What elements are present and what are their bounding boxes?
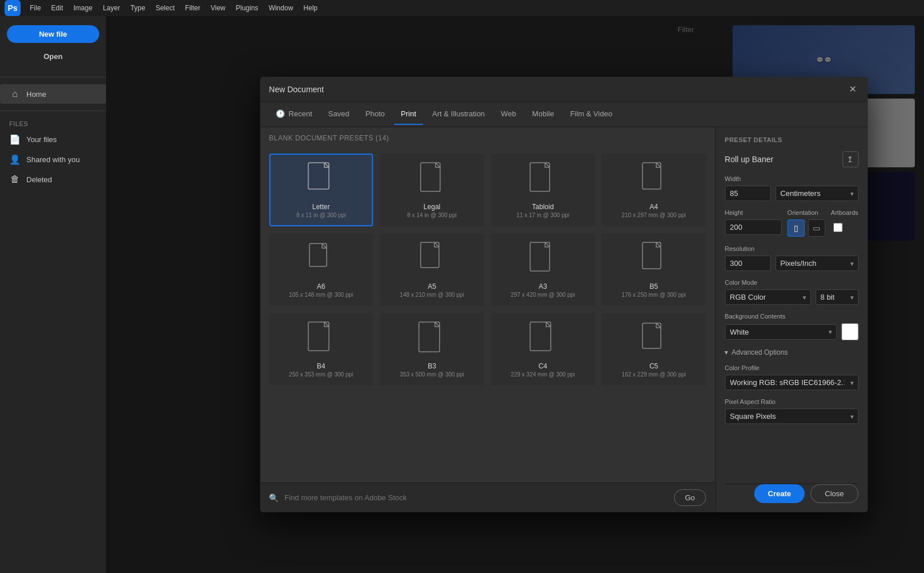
sidebar-item-your-files[interactable]: 📄 Your files	[0, 129, 106, 150]
bg-contents-label: Background Contents	[725, 313, 858, 320]
preset-dims-letter: 8 x 11 in @ 300 ppi	[296, 212, 346, 218]
new-file-button[interactable]: New file	[7, 25, 99, 43]
presets-grid: Letter 8 x 11 in @ 300 ppi	[260, 149, 715, 482]
color-profile-select[interactable]: Working RGB: sRGB IEC61966-2.1 sRGB IEC6…	[725, 375, 858, 390]
menu-view[interactable]: View	[206, 3, 230, 13]
dialog-tabs: 🕐 Recent Saved Photo Print Art & Illustr…	[260, 102, 867, 127]
preset-name-b4: B4	[317, 362, 326, 370]
save-preset-button[interactable]: ↥	[842, 151, 858, 167]
menu-layer[interactable]: Layer	[98, 3, 124, 13]
main-layout: New file Open ⌂ Home FILES 📄 Your files …	[0, 16, 924, 573]
preset-tabloid[interactable]: Tabloid 11 x 17 in @ 300 ppi	[491, 154, 595, 226]
width-unit-wrapper: Centimeters Pixels Inches Millimeters ▼	[775, 186, 858, 201]
pixel-ratio-wrapper: Square Pixels D1/DV NTSC (0.91) D1/DV PA…	[725, 409, 858, 424]
bit-depth-select[interactable]: 8 bit 16 bit 32 bit	[815, 289, 858, 305]
chevron-down-icon: ▾	[725, 348, 728, 356]
preset-name-b5: B5	[649, 282, 658, 291]
preset-dims-a3: 297 x 420 mm @ 300 ppi	[511, 292, 575, 298]
tab-recent[interactable]: 🕐 Recent	[269, 104, 319, 125]
color-mode-label: Color Mode	[725, 279, 858, 286]
artboards-checkbox[interactable]	[833, 223, 843, 232]
svg-rect-3	[643, 163, 661, 189]
menu-window[interactable]: Window	[264, 3, 298, 13]
tab-print[interactable]: Print	[394, 104, 423, 125]
tab-photo[interactable]: Photo	[358, 104, 391, 125]
svg-rect-11	[643, 323, 661, 348]
preset-b4[interactable]: B4 250 x 353 mm @ 300 ppi	[269, 313, 373, 386]
preset-a3[interactable]: A3 297 x 420 mm @ 300 ppi	[491, 233, 595, 306]
sidebar-item-deleted[interactable]: 🗑 Deleted	[0, 170, 106, 189]
preset-icon-legal	[417, 162, 447, 198]
tab-film[interactable]: Film & Video	[563, 104, 619, 125]
preset-b3[interactable]: B3 353 x 500 mm @ 300 ppi	[380, 313, 484, 386]
width-unit-select[interactable]: Centimeters Pixels Inches Millimeters	[775, 186, 858, 201]
portrait-button[interactable]: ▯	[788, 219, 805, 237]
bg-contents-row: White Black Background Color Transparent…	[725, 323, 858, 340]
height-label: Height	[725, 209, 781, 216]
landscape-icon: ▭	[813, 223, 820, 233]
preset-details-title: PRESET DETAILS	[725, 136, 858, 143]
preset-name-input[interactable]	[725, 155, 842, 164]
width-row: Centimeters Pixels Inches Millimeters ▼	[725, 186, 858, 201]
preset-dims-a6: 105 x 148 mm @ 300 ppi	[289, 292, 353, 298]
menu-image[interactable]: Image	[69, 3, 97, 13]
tab-art[interactable]: Art & Illustration	[425, 104, 492, 125]
width-field-group: Width Centimeters Pixels Inches Millimet…	[725, 175, 858, 201]
preset-name-c4: C4	[538, 362, 547, 370]
tab-saved[interactable]: Saved	[322, 104, 357, 125]
resolution-unit-select[interactable]: Pixels/Inch Pixels/Centimeter	[775, 256, 858, 271]
menu-help[interactable]: Help	[299, 3, 322, 13]
dialog-close-button[interactable]: ✕	[847, 84, 858, 95]
pixel-ratio-select[interactable]: Square Pixels D1/DV NTSC (0.91) D1/DV PA…	[725, 409, 858, 424]
preset-name-b3: B3	[428, 362, 436, 370]
ps-logo: Ps	[5, 0, 21, 16]
menu-file[interactable]: File	[25, 3, 45, 13]
advanced-options-toggle[interactable]: ▾ Advanced Options	[725, 348, 858, 356]
sidebar-item-shared[interactable]: 👤 Shared with you	[0, 150, 106, 170]
close-button[interactable]: Close	[811, 484, 858, 503]
height-input[interactable]	[725, 219, 781, 235]
svg-rect-4	[310, 244, 327, 266]
adobe-stock-search-input[interactable]	[284, 493, 668, 502]
width-input[interactable]	[725, 186, 770, 201]
shared-icon: 👤	[9, 154, 21, 165]
create-button[interactable]: Create	[754, 484, 805, 503]
preset-dims-b3: 353 x 500 mm @ 300 ppi	[400, 371, 464, 378]
menu-edit[interactable]: Edit	[46, 3, 68, 13]
bg-color-swatch[interactable]	[841, 323, 858, 340]
preset-dims-b4: 250 x 353 mm @ 300 ppi	[289, 371, 353, 378]
preset-dims-b5: 176 x 250 mm @ 300 ppi	[622, 292, 686, 298]
sidebar-divider-2	[0, 111, 106, 111]
landscape-button[interactable]: ▭	[808, 219, 825, 237]
preset-a6[interactable]: A6 105 x 148 mm @ 300 ppi	[269, 233, 373, 306]
open-button[interactable]: Open	[7, 48, 99, 65]
color-mode-select[interactable]: RGB Color CMYK Color Grayscale Bitmap La…	[725, 289, 811, 305]
preset-a5[interactable]: A5 148 x 210 mm @ 300 ppi	[380, 233, 484, 306]
preset-dims-legal: 8 x 14 in @ 300 ppi	[407, 212, 456, 218]
width-label: Width	[725, 175, 858, 182]
preset-name-row: ↥	[725, 151, 858, 167]
orientation-label: Orientation	[788, 209, 825, 216]
tab-mobile[interactable]: Mobile	[525, 104, 561, 125]
preset-name-letter: Letter	[312, 203, 330, 211]
preset-name-tabloid: Tabloid	[532, 203, 554, 211]
preset-letter[interactable]: Letter 8 x 11 in @ 300 ppi	[269, 154, 373, 226]
resolution-input[interactable]	[725, 256, 770, 271]
bg-contents-field-group: Background Contents White Black Backgrou…	[725, 313, 858, 340]
menu-select[interactable]: Select	[151, 3, 179, 13]
bg-contents-select[interactable]: White Black Background Color Transparent	[725, 324, 836, 340]
sidebar: New file Open ⌂ Home FILES 📄 Your files …	[0, 16, 106, 573]
preset-a4[interactable]: A4 210 x 297 mm @ 300 ppi	[602, 154, 706, 226]
menu-plugins[interactable]: Plugins	[231, 3, 263, 13]
go-button[interactable]: Go	[674, 489, 706, 506]
menu-filter[interactable]: Filter	[181, 3, 205, 13]
tab-web[interactable]: Web	[494, 104, 523, 125]
bit-depth-wrapper: 8 bit 16 bit 32 bit ▼	[815, 289, 858, 305]
sidebar-item-home[interactable]: ⌂ Home	[0, 84, 106, 104]
preset-b5[interactable]: B5 176 x 250 mm @ 300 ppi	[602, 233, 706, 306]
preset-c4[interactable]: C4 229 x 324 mm @ 300 ppi	[491, 313, 595, 386]
menu-type[interactable]: Type	[126, 3, 150, 13]
preset-c5[interactable]: C5 162 x 229 mm @ 300 ppi	[602, 313, 706, 386]
preset-legal[interactable]: Legal 8 x 14 in @ 300 ppi	[380, 154, 484, 226]
color-mode-wrapper: RGB Color CMYK Color Grayscale Bitmap La…	[725, 289, 811, 305]
